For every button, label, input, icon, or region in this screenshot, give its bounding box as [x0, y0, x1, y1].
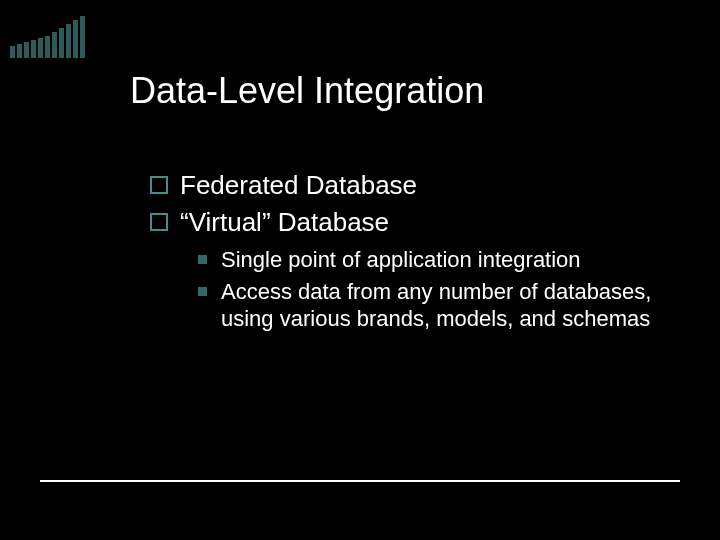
- bullet-text: Federated Database: [180, 170, 417, 201]
- divider-line: [40, 480, 680, 482]
- sub-bullet-group: Single point of application integration …: [198, 246, 660, 333]
- bullet-item: Federated Database: [150, 170, 660, 201]
- sub-bullet-item: Access data from any number of databases…: [198, 278, 660, 333]
- slide-title: Data-Level Integration: [130, 70, 484, 112]
- content-area: Federated Database “Virtual” Database Si…: [150, 170, 660, 337]
- checkbox-bullet-icon: [150, 213, 168, 231]
- sub-bullet-text: Single point of application integration: [221, 246, 581, 274]
- bullet-text: “Virtual” Database: [180, 207, 389, 238]
- square-bullet-icon: [198, 255, 207, 264]
- sub-bullet-text: Access data from any number of databases…: [221, 278, 660, 333]
- corner-bars-decoration: [0, 16, 85, 58]
- square-bullet-icon: [198, 287, 207, 296]
- sub-bullet-item: Single point of application integration: [198, 246, 660, 274]
- slide: Data-Level Integration Federated Databas…: [0, 0, 720, 540]
- bullet-item: “Virtual” Database: [150, 207, 660, 238]
- checkbox-bullet-icon: [150, 176, 168, 194]
